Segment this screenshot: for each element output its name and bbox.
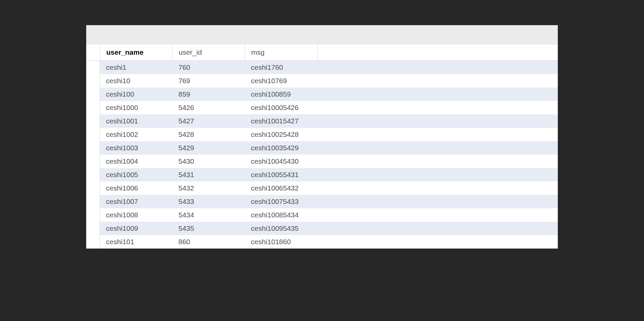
cell-msg[interactable]: ceshi10025428	[245, 130, 317, 139]
cell-user-name[interactable]: ceshi1003	[100, 144, 172, 152]
cell-user-name[interactable]: ceshi1004	[100, 157, 172, 165]
table-row[interactable]: ceshi10035429ceshi10035429	[86, 141, 558, 155]
cell-user-id[interactable]: 5429	[172, 144, 245, 152]
row-number-cell[interactable]	[86, 101, 100, 114]
table-row[interactable]: ceshi10095435ceshi10095435	[86, 222, 558, 235]
cell-msg[interactable]: ceshi10005426	[245, 104, 317, 112]
cell-user-id[interactable]: 5428	[172, 130, 245, 139]
cell-user-id[interactable]: 5426	[172, 104, 245, 112]
cell-user-name[interactable]: ceshi1009	[100, 224, 172, 232]
row-number-cell[interactable]	[86, 128, 100, 141]
cell-user-id[interactable]: 5431	[172, 171, 245, 179]
table-row[interactable]: ceshi10075433ceshi10075433	[86, 195, 558, 208]
cell-msg[interactable]: ceshi10055431	[245, 171, 317, 179]
row-number-cell[interactable]	[86, 88, 100, 101]
row-number-cell[interactable]	[86, 168, 100, 181]
cell-user-id[interactable]: 760	[172, 63, 245, 71]
cell-user-id[interactable]: 5433	[172, 198, 245, 206]
cell-msg[interactable]: ceshi101860	[245, 238, 317, 246]
column-header-user-name[interactable]: user_name	[100, 44, 172, 60]
cell-user-id[interactable]: 5432	[172, 184, 245, 192]
cell-msg[interactable]: ceshi1760	[245, 63, 317, 71]
cell-user-name[interactable]: ceshi1007	[100, 198, 172, 206]
row-number-cell[interactable]	[86, 74, 100, 88]
toolbar	[86, 25, 558, 44]
cell-user-id[interactable]: 860	[172, 238, 245, 246]
cell-msg[interactable]: ceshi10095435	[245, 224, 317, 232]
cell-user-id[interactable]: 5435	[172, 224, 245, 232]
app-window: user_name user_id msg ceshi1760ceshi1760…	[86, 25, 558, 249]
cell-msg[interactable]: ceshi10035429	[245, 144, 317, 152]
table-row[interactable]: ceshi10085434ceshi10085434	[86, 208, 558, 222]
column-header-empty	[317, 44, 558, 60]
cell-user-name[interactable]: ceshi1008	[100, 211, 172, 219]
column-header-msg[interactable]: msg	[245, 44, 317, 60]
column-header-user-id[interactable]: user_id	[172, 44, 245, 60]
cell-user-id[interactable]: 769	[172, 77, 245, 85]
cell-msg[interactable]: ceshi10045430	[245, 157, 317, 165]
cell-user-name[interactable]: ceshi1005	[100, 171, 172, 179]
cell-user-name[interactable]: ceshi1	[100, 63, 172, 71]
table-row[interactable]: ceshi10045430ceshi10045430	[86, 155, 558, 168]
table-row[interactable]: ceshi1760ceshi1760	[86, 61, 558, 74]
row-number-cell[interactable]	[86, 181, 100, 195]
table-row[interactable]: ceshi10065432ceshi10065432	[86, 181, 558, 195]
cell-msg[interactable]: ceshi10085434	[245, 211, 317, 219]
data-table: user_name user_id msg ceshi1760ceshi1760…	[86, 44, 558, 249]
cell-user-name[interactable]: ceshi1002	[100, 130, 172, 139]
cell-msg[interactable]: ceshi10065432	[245, 184, 317, 192]
cell-user-name[interactable]: ceshi1006	[100, 184, 172, 192]
table-row[interactable]: ceshi10005426ceshi10005426	[86, 101, 558, 114]
row-number-cell[interactable]	[86, 235, 100, 249]
table-row[interactable]: ceshi10025428ceshi10025428	[86, 128, 558, 141]
cell-user-id[interactable]: 5434	[172, 211, 245, 219]
row-number-cell[interactable]	[86, 141, 100, 155]
cell-user-name[interactable]: ceshi1001	[100, 117, 172, 125]
cell-msg[interactable]: ceshi10769	[245, 77, 317, 85]
table-row[interactable]: ceshi10769ceshi10769	[86, 74, 558, 88]
table-header-row: user_name user_id msg	[86, 44, 558, 61]
table-row[interactable]: ceshi10055431ceshi10055431	[86, 168, 558, 181]
cell-msg[interactable]: ceshi10075433	[245, 198, 317, 206]
cell-user-name[interactable]: ceshi101	[100, 238, 172, 246]
cell-user-id[interactable]: 859	[172, 90, 245, 98]
table-row[interactable]: ceshi10015427ceshi10015427	[86, 114, 558, 128]
cell-msg[interactable]: ceshi10015427	[245, 117, 317, 125]
row-number-cell[interactable]	[86, 208, 100, 222]
table-row[interactable]: ceshi100859ceshi100859	[86, 88, 558, 101]
row-number-cell[interactable]	[86, 61, 100, 74]
table-body: ceshi1760ceshi1760ceshi10769ceshi10769ce…	[86, 61, 558, 249]
row-number-cell[interactable]	[86, 114, 100, 128]
row-number-cell[interactable]	[86, 195, 100, 208]
table-row[interactable]: ceshi101860ceshi101860	[86, 235, 558, 249]
cell-user-id[interactable]: 5427	[172, 117, 245, 125]
row-number-cell[interactable]	[86, 222, 100, 235]
cell-user-name[interactable]: ceshi10	[100, 77, 172, 85]
cell-msg[interactable]: ceshi100859	[245, 90, 317, 98]
row-number-cell[interactable]	[86, 155, 100, 168]
cell-user-id[interactable]: 5430	[172, 157, 245, 165]
cell-user-name[interactable]: ceshi1000	[100, 104, 172, 112]
cell-user-name[interactable]: ceshi100	[100, 90, 172, 98]
